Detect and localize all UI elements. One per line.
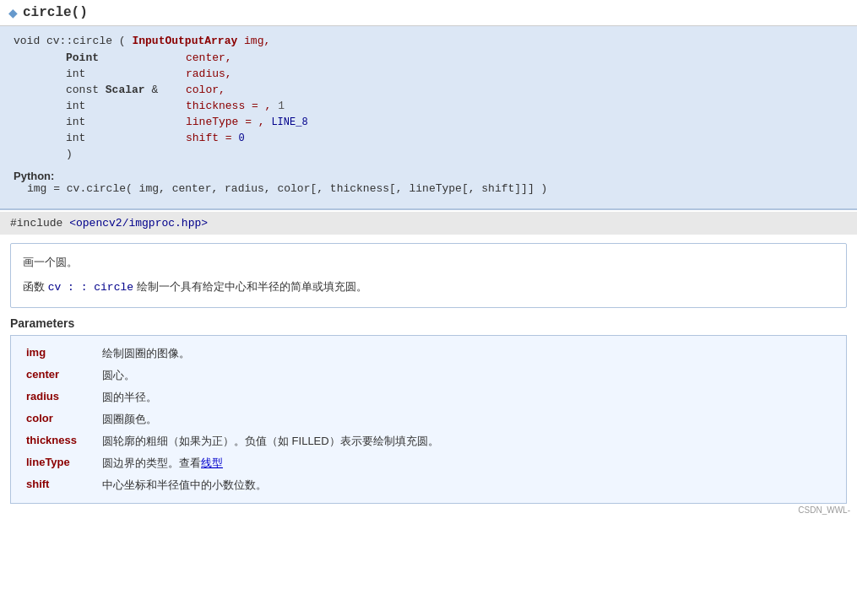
watermark: CSDN_WWL-: [0, 504, 857, 518]
diamond-icon: ◆: [8, 6, 18, 19]
param-row-linetype: lineType 圆边界的类型。查看线型: [21, 452, 836, 474]
sig-row-thickness: int thickness = , 1: [66, 99, 308, 113]
sig-img-param: img,: [237, 35, 270, 47]
sig-param-radius: radius,: [186, 67, 308, 81]
sig-void: void cv::circle (: [14, 35, 132, 47]
python-code: img = cv.circle( img, center, radius, co…: [27, 182, 843, 195]
sig-type-int-thickness: int: [66, 99, 184, 113]
include-bar: #include <opencv2/imgproc.hpp>: [0, 212, 857, 235]
param-desc-thickness: 圆轮廓的粗细（如果为正）。负值（如 FILLED）表示要绘制填充圆。: [97, 430, 836, 452]
param-row-img: img 绘制圆圈的图像。: [21, 343, 836, 365]
sig-row-point: Point center,: [66, 51, 308, 65]
param-name-linetype: lineType: [21, 452, 97, 474]
sig-param-thickness: thickness = , 1: [186, 99, 308, 113]
sig-row-close: ): [66, 147, 308, 161]
include-text: #include: [10, 217, 69, 230]
param-desc-color: 圆圈颜色。: [97, 408, 836, 430]
sig-void-line: void cv::circle ( InputOutputArray img,: [14, 35, 843, 47]
sig-type-point: Point: [66, 51, 184, 65]
parameters-table: img 绘制圆圈的图像。 center 圆心。 radius 圆的半径。 col…: [21, 343, 836, 496]
param-name-center: center: [21, 365, 97, 386]
include-path: <opencv2/imgproc.hpp>: [69, 217, 208, 230]
linetype-link[interactable]: 线型: [201, 457, 223, 469]
param-name-shift: shift: [21, 474, 97, 496]
function-title: circle(): [23, 5, 88, 20]
python-section: Python: img = cv.circle( img, center, ra…: [14, 170, 843, 195]
param-name-color: color: [21, 408, 97, 430]
param-row-center: center 圆心。: [21, 365, 836, 386]
sig-param-center: center,: [186, 51, 308, 65]
sig-param-linetype: lineType = , LINE_8: [186, 115, 308, 129]
description-box: 画一个圆。 函数 cv : : circle 绘制一个具有给定中心和半径的简单或…: [10, 243, 847, 308]
python-label: Python:: [14, 170, 54, 182]
parameters-title: Parameters: [10, 316, 847, 330]
param-row-shift: shift 中心坐标和半径值中的小数位数。: [21, 474, 836, 496]
sig-row-shift: int shift = 0: [66, 131, 308, 145]
signature-area: void cv::circle ( InputOutputArray img, …: [0, 26, 857, 210]
sig-param-color: color,: [186, 83, 308, 97]
param-desc-center: 圆心。: [97, 365, 836, 386]
cv-ref: cv : : circle: [48, 281, 133, 294]
desc-line1: 画一个圆。: [23, 254, 834, 272]
sig-row-radius: int radius,: [66, 67, 308, 81]
sig-inputoutputarray: InputOutputArray: [132, 35, 237, 47]
param-desc-img: 绘制圆圈的图像。: [97, 343, 836, 365]
param-name-thickness: thickness: [21, 430, 97, 452]
sig-type-scalar: const Scalar &: [66, 83, 184, 97]
sig-param-shift: shift = 0: [186, 131, 308, 145]
title-bar: ◆ circle(): [0, 0, 857, 26]
param-row-radius: radius 圆的半径。: [21, 386, 836, 408]
param-row-thickness: thickness 圆轮廓的粗细（如果为正）。负值（如 FILLED）表示要绘制…: [21, 430, 836, 452]
parameters-table-wrapper: img 绘制圆圈的图像。 center 圆心。 radius 圆的半径。 col…: [10, 335, 847, 504]
sig-row-linetype: int lineType = , LINE_8: [66, 115, 308, 129]
sig-type-int-linetype: int: [66, 115, 184, 129]
sig-close-paren: ): [66, 147, 184, 161]
sig-row-color: const Scalar & color,: [66, 83, 308, 97]
sig-params-table: Point center, int radius, const Scalar &…: [64, 49, 310, 163]
sig-type-int-radius: int: [66, 67, 184, 81]
param-desc-linetype: 圆边界的类型。查看线型: [97, 452, 836, 474]
param-desc-shift: 中心坐标和半径值中的小数位数。: [97, 474, 836, 496]
parameters-section: Parameters img 绘制圆圈的图像。 center 圆心。 radiu…: [10, 316, 847, 504]
desc-line2: 函数 cv : : circle 绘制一个具有给定中心和半径的简单或填充圆。: [23, 278, 834, 297]
param-row-color: color 圆圈颜色。: [21, 408, 836, 430]
param-name-img: img: [21, 343, 97, 365]
param-desc-radius: 圆的半径。: [97, 386, 836, 408]
sig-type-int-shift: int: [66, 131, 184, 145]
param-name-radius: radius: [21, 386, 97, 408]
